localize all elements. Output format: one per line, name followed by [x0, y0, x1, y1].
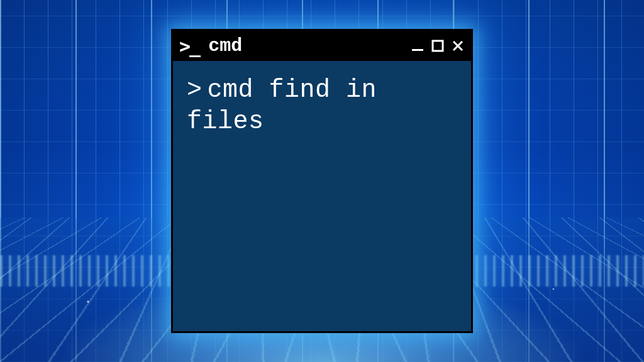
- titlebar[interactable]: >_ cmd: [173, 31, 471, 61]
- close-icon: [452, 40, 464, 52]
- maximize-button[interactable]: [431, 39, 445, 53]
- terminal-prompt-icon: >_: [179, 35, 199, 57]
- minimize-button[interactable]: [411, 39, 425, 53]
- window-controls: [411, 39, 465, 53]
- close-button[interactable]: [451, 39, 465, 53]
- svg-rect-1: [433, 41, 443, 51]
- minimize-icon: [411, 40, 424, 53]
- terminal-window[interactable]: >_ cmd >cmd find in files: [171, 29, 473, 333]
- prompt-char: >: [187, 76, 203, 104]
- maximize-icon: [431, 40, 444, 52]
- command-line[interactable]: >cmd find in files: [187, 75, 457, 138]
- terminal-body[interactable]: >cmd find in files: [173, 61, 471, 151]
- command-text: cmd find in files: [187, 76, 392, 136]
- window-title: cmd: [208, 35, 404, 57]
- svg-rect-0: [412, 49, 423, 51]
